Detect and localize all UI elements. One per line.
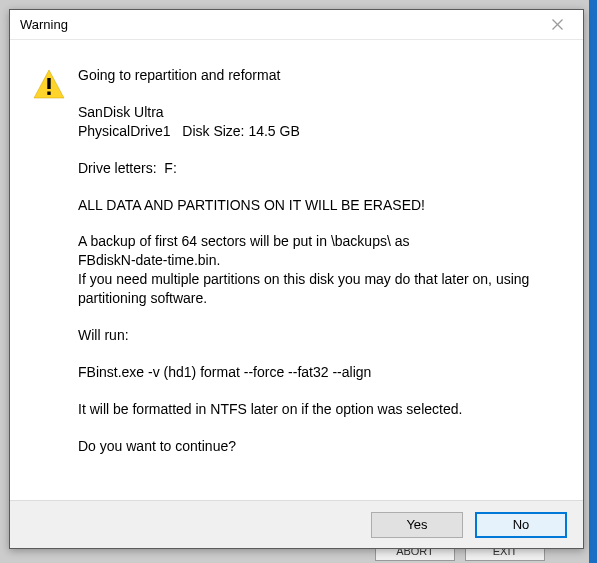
will-run-label: Will run: — [78, 326, 561, 345]
disk-info: SanDisk Ultra PhysicalDrive1 Disk Size: … — [78, 103, 561, 141]
message-text: Going to repartition and reformat SanDis… — [78, 66, 561, 490]
icon-column — [32, 66, 78, 490]
erase-warning: ALL DATA AND PARTITIONS ON IT WILL BE ER… — [78, 196, 561, 215]
backdrop-accent — [589, 0, 597, 563]
titlebar: Warning — [10, 10, 583, 40]
drive-letters-line: Drive letters: F: — [78, 159, 561, 178]
physical-drive-line: PhysicalDrive1 Disk Size: 14.5 GB — [78, 122, 561, 141]
close-icon — [552, 19, 563, 30]
ntfs-note: It will be formatted in NTFS later on if… — [78, 400, 561, 419]
warning-dialog: Warning Going to repartition and reforma… — [9, 9, 584, 549]
heading-text: Going to repartition and reformat — [78, 66, 561, 85]
yes-button[interactable]: Yes — [371, 512, 463, 538]
dialog-title: Warning — [20, 17, 68, 32]
command-text: FBinst.exe -v (hd1) format --force --fat… — [78, 363, 561, 382]
warning-icon — [32, 68, 78, 106]
svg-rect-2 — [47, 78, 50, 89]
backup-info: A backup of first 64 sectors will be put… — [78, 232, 561, 308]
confirm-question: Do you want to continue? — [78, 437, 561, 456]
svg-rect-3 — [47, 92, 50, 95]
close-button[interactable] — [537, 13, 577, 37]
button-bar: Yes No — [10, 500, 583, 548]
content-area: Going to repartition and reformat SanDis… — [10, 40, 583, 500]
no-button[interactable]: No — [475, 512, 567, 538]
disk-name: SanDisk Ultra — [78, 103, 561, 122]
